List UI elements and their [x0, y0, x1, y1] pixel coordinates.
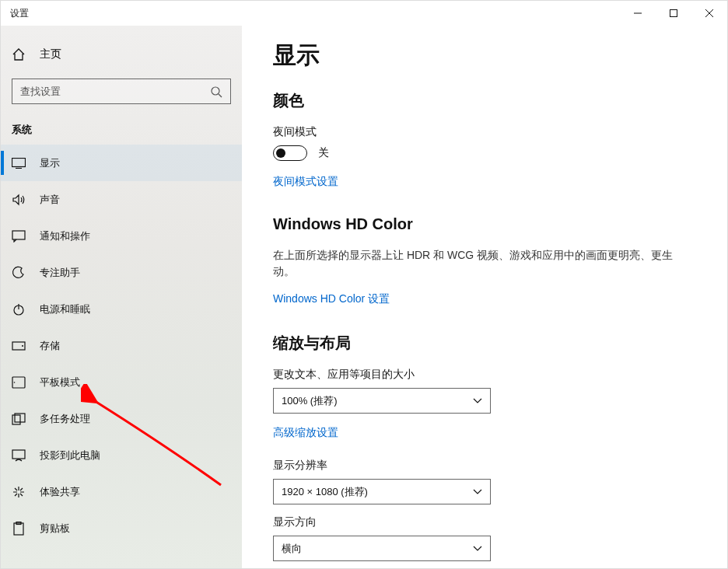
advanced-scaling-link[interactable]: 高级缩放设置 — [273, 426, 338, 440]
night-mode-state: 关 — [318, 146, 329, 160]
sidebar-item-label: 声音 — [40, 193, 60, 207]
section-heading: 系统 — [1, 104, 242, 145]
clipboard-icon — [12, 522, 26, 536]
text-size-value: 100% (推荐) — [282, 394, 473, 408]
search-placeholder: 查找设置 — [20, 85, 210, 99]
text-size-dropdown[interactable]: 100% (推荐) — [273, 388, 491, 414]
home-icon — [12, 47, 26, 61]
orientation-label: 显示方向 — [273, 515, 696, 529]
hd-description: 在上面所选择的显示器上让 HDR 和 WCG 视频、游戏和应用中的画面更明亮、更… — [273, 247, 677, 280]
projecting-icon — [12, 449, 26, 463]
sidebar-item-focus[interactable]: 专注助手 — [1, 254, 242, 291]
minimize-button[interactable] — [620, 1, 656, 26]
orientation-value: 横向 — [282, 542, 473, 556]
sidebar-item-display[interactable]: 显示 — [1, 145, 242, 181]
page-title: 显示 — [273, 40, 696, 72]
orientation-dropdown[interactable]: 横向 — [273, 536, 491, 561]
sidebar-item-tablet[interactable]: 平板模式 — [1, 364, 242, 400]
sidebar-item-storage[interactable]: 存储 — [1, 327, 242, 364]
sidebar-item-label: 剪贴板 — [40, 522, 70, 536]
sidebar-item-label: 通知和操作 — [40, 229, 90, 243]
scale-heading: 缩放与布局 — [273, 333, 696, 354]
resolution-value: 1920 × 1080 (推荐) — [282, 485, 473, 499]
svg-rect-17 — [12, 450, 25, 459]
tablet-icon — [12, 375, 26, 389]
sidebar-item-projecting[interactable]: 投影到此电脑 — [1, 437, 242, 473]
titlebar: 设置 — [1, 1, 727, 26]
notifications-icon — [12, 229, 26, 243]
svg-rect-8 — [12, 231, 25, 239]
sidebar-item-multitask[interactable]: 多任务处理 — [1, 400, 242, 437]
resolution-dropdown[interactable]: 1920 × 1080 (推荐) — [273, 479, 491, 504]
chevron-down-icon — [473, 489, 482, 495]
chevron-down-icon — [473, 398, 482, 404]
night-mode-toggle[interactable] — [273, 145, 307, 161]
sidebar-item-clipboard[interactable]: 剪贴板 — [1, 510, 242, 546]
resolution-label: 显示分辨率 — [273, 459, 696, 473]
night-mode-label: 夜间模式 — [273, 125, 696, 139]
svg-rect-15 — [12, 415, 20, 424]
sidebar-item-label: 多任务处理 — [40, 412, 90, 426]
sidebar-item-label: 存储 — [40, 339, 60, 353]
home-button[interactable]: 主页 — [1, 37, 242, 72]
sidebar-item-label: 专注助手 — [40, 266, 80, 280]
shared-icon — [12, 485, 26, 499]
sidebar-item-sound[interactable]: 声音 — [1, 181, 242, 218]
svg-line-5 — [219, 94, 222, 97]
sidebar-item-label: 电源和睡眠 — [40, 302, 90, 316]
home-label: 主页 — [40, 47, 61, 61]
sidebar-item-label: 显示 — [40, 156, 60, 170]
text-size-label: 更改文本、应用等项目的大小 — [273, 368, 696, 382]
sidebar: 主页 查找设置 系统 显示 声音 — [1, 26, 242, 568]
color-heading: 颜色 — [273, 90, 696, 111]
sound-icon — [12, 193, 26, 207]
storage-icon — [12, 339, 26, 353]
window-controls — [620, 1, 727, 26]
main-content: 显示 颜色 夜间模式 关 夜间模式设置 Windows HD Color 在上面… — [242, 26, 727, 568]
maximize-button[interactable] — [656, 1, 691, 26]
sidebar-item-power[interactable]: 电源和睡眠 — [1, 291, 242, 327]
chevron-down-icon — [473, 546, 482, 552]
svg-rect-1 — [670, 10, 677, 17]
display-icon — [12, 156, 26, 170]
sidebar-item-shared[interactable]: 体验共享 — [1, 473, 242, 510]
hd-heading: Windows HD Color — [273, 215, 696, 233]
sidebar-item-label: 平板模式 — [40, 375, 80, 389]
close-button[interactable] — [691, 1, 727, 26]
svg-point-4 — [212, 87, 219, 95]
settings-window: 设置 主页 查找设置 — [0, 0, 728, 569]
power-icon — [12, 302, 26, 316]
search-input[interactable]: 查找设置 — [12, 79, 231, 104]
hd-settings-link[interactable]: Windows HD Color 设置 — [273, 292, 390, 306]
svg-point-12 — [22, 345, 23, 347]
sidebar-item-notifications[interactable]: 通知和操作 — [1, 218, 242, 254]
sidebar-item-label: 体验共享 — [40, 485, 80, 499]
multitask-icon — [12, 412, 26, 426]
focus-icon — [12, 266, 26, 280]
night-mode-settings-link[interactable]: 夜间模式设置 — [273, 175, 338, 189]
svg-rect-18 — [14, 523, 23, 535]
svg-rect-6 — [12, 158, 26, 166]
window-title: 设置 — [10, 7, 29, 20]
search-icon — [210, 86, 222, 98]
svg-point-14 — [14, 382, 16, 383]
sidebar-item-label: 投影到此电脑 — [40, 449, 100, 463]
